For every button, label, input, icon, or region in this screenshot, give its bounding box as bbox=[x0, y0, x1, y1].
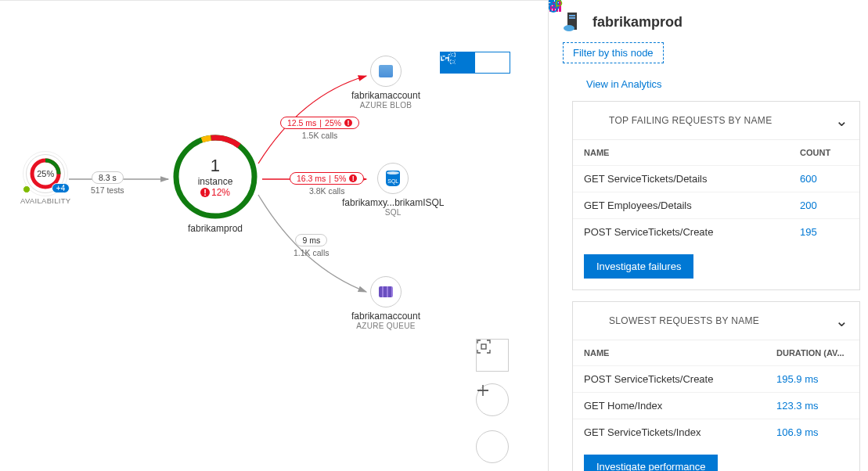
bar-chart-icon bbox=[584, 111, 603, 130]
edge-latency: 8.3 s bbox=[92, 171, 124, 184]
queue-icon bbox=[379, 286, 393, 297]
details-panel: fabrikamprod Filter by this node View in… bbox=[548, 0, 868, 471]
graph-view-button[interactable] bbox=[475, 52, 510, 73]
top-failing-requests-card: TOP FAILING REQUESTS BY NAME ⌄ NAMECOUNT… bbox=[572, 101, 860, 290]
availability-node[interactable]: 25% +4 AVAILABILITY bbox=[20, 157, 71, 205]
svg-point-14 bbox=[452, 60, 456, 64]
availability-badge: +4 bbox=[52, 183, 70, 193]
dependency-queue[interactable]: fabrikamaccount AZURE QUEUE bbox=[351, 276, 420, 330]
performance-icon bbox=[584, 311, 603, 330]
server-icon bbox=[563, 11, 585, 33]
slowest-requests-card: SLOWEST REQUESTS BY NAME ⌄ NAMEDURATION … bbox=[572, 301, 860, 471]
main-instance-node[interactable]: 1 instance !12% fabrikamprod bbox=[172, 134, 258, 234]
panel-header: fabrikamprod bbox=[549, 0, 868, 39]
table-row[interactable]: POST ServiceTickets/Create195 bbox=[573, 219, 859, 246]
view-mode-toggle bbox=[440, 52, 510, 74]
fit-to-screen-button[interactable] bbox=[476, 339, 509, 372]
edge-label-queue: 9 ms 1.1K calls bbox=[294, 234, 330, 257]
chevron-down-icon: ⌄ bbox=[835, 311, 848, 330]
svg-rect-15 bbox=[481, 344, 486, 349]
instance-count: 1 bbox=[198, 156, 233, 176]
card-header-failing[interactable]: TOP FAILING REQUESTS BY NAME ⌄ bbox=[573, 102, 859, 139]
panel-title: fabrikamprod bbox=[592, 14, 683, 31]
investigate-failures-button[interactable]: Investigate failures bbox=[584, 254, 693, 279]
view-in-analytics-link[interactable]: View in Analytics bbox=[563, 74, 854, 93]
dependency-blob[interactable]: fabrikamaccount AZURE BLOB bbox=[351, 56, 420, 110]
table-row[interactable]: GET ServiceTickets/Index106.9 ms bbox=[573, 419, 859, 446]
graph-icon bbox=[441, 52, 456, 65]
dependency-sql[interactable]: SQL fabrikamxy...brikamISQL SQL bbox=[342, 163, 444, 217]
error-icon: ! bbox=[200, 188, 210, 197]
blob-icon bbox=[379, 65, 393, 77]
table-row[interactable]: POST ServiceTickets/Create195.9 ms bbox=[573, 366, 859, 393]
instance-name: fabrikamprod bbox=[172, 223, 258, 234]
table-row[interactable]: GET Home/Index123.3 ms bbox=[573, 393, 859, 419]
svg-point-12 bbox=[451, 53, 455, 57]
svg-point-13 bbox=[444, 61, 448, 65]
availability-label: AVAILABILITY bbox=[20, 196, 71, 205]
edge-label-availability: 8.3 s 517 tests bbox=[91, 171, 124, 195]
svg-rect-17 bbox=[569, 15, 575, 16]
fit-icon bbox=[477, 340, 491, 354]
minus-icon bbox=[476, 383, 490, 397]
filter-by-node-button[interactable]: Filter by this node bbox=[563, 42, 664, 63]
svg-point-11 bbox=[442, 54, 446, 58]
sql-icon: SQL bbox=[386, 171, 400, 186]
table-row[interactable]: GET ServiceTickets/Details600 bbox=[573, 166, 859, 192]
globe-icon bbox=[23, 185, 31, 193]
error-icon: ! bbox=[344, 119, 352, 127]
zoom-out-button[interactable] bbox=[476, 430, 509, 463]
svg-rect-18 bbox=[569, 17, 575, 19]
zoom-controls bbox=[476, 383, 509, 463]
table-row[interactable]: GET Employees/Details200 bbox=[573, 192, 859, 219]
edge-label-blob: 12.5 ms|25%! 1.5K calls bbox=[280, 117, 359, 140]
chevron-down-icon: ⌄ bbox=[835, 111, 848, 130]
card-header-slowest[interactable]: SLOWEST REQUESTS BY NAME ⌄ bbox=[573, 302, 859, 340]
failing-requests-table: NAMECOUNT GET ServiceTickets/Details600 … bbox=[573, 139, 859, 245]
application-map[interactable]: 25% +4 AVAILABILITY 8.3 s 517 tests 1 in… bbox=[0, 0, 548, 471]
instance-error-pct: 12% bbox=[211, 187, 230, 198]
edge-calls: 517 tests bbox=[91, 185, 124, 195]
slowest-requests-table: NAMEDURATION (AV... POST ServiceTickets/… bbox=[573, 340, 859, 445]
instance-sub: instance bbox=[198, 176, 233, 187]
analytics-icon bbox=[563, 74, 582, 93]
investigate-performance-button[interactable]: Investigate performance bbox=[584, 455, 718, 471]
svg-point-19 bbox=[564, 25, 574, 31]
